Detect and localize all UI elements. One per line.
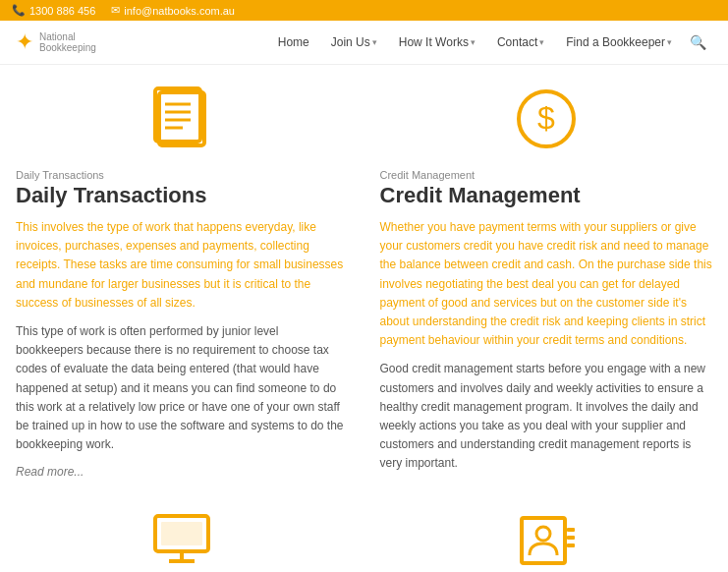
nav-join-us[interactable]: Join Us ▾: [321, 29, 387, 55]
phone-number: 1300 886 456: [29, 5, 95, 17]
service-tag-credit: Credit Management: [380, 169, 713, 181]
svg-text:$: $: [537, 100, 555, 136]
header: ✦ National Bookkeeping Home Join Us ▾ Ho…: [0, 21, 728, 65]
svg-rect-16: [567, 543, 575, 547]
service-title-daily-transactions: Daily Transactions: [16, 183, 349, 208]
service-icon-payroll: [380, 506, 713, 572]
service-icon-setup: [16, 506, 349, 572]
service-icon-daily-transactions: [16, 85, 349, 153]
phone-icon: 📞: [12, 4, 26, 17]
document-icon: [147, 85, 216, 153]
services-grid: Daily Transactions Daily Transactions Th…: [16, 85, 712, 572]
service-para-2: This type of work is often performed by …: [16, 322, 349, 454]
search-button[interactable]: 🔍: [684, 29, 712, 56]
top-bar: 📞 1300 886 456 ✉ info@natbooks.com.au: [0, 0, 728, 21]
read-more-link-daily[interactable]: Read more...: [16, 465, 84, 479]
service-body-credit: Whether you have payment terms with your…: [380, 218, 713, 473]
svg-rect-11: [161, 522, 202, 545]
logo-star-icon: ✦: [16, 29, 33, 55]
service-payroll: Payroll Services Payroll Solution Payrol…: [380, 506, 713, 572]
service-credit-management: $ Credit Management Credit Management Wh…: [380, 85, 713, 483]
nav-contact[interactable]: Contact ▾: [487, 29, 554, 55]
main-nav: Home Join Us ▾ How It Works ▾ Contact ▾ …: [268, 29, 712, 56]
service-setup: Setup Software and System Setup If you h…: [16, 506, 349, 572]
svg-rect-15: [567, 536, 575, 540]
phone-info: 📞 1300 886 456: [12, 4, 95, 17]
nav-how-it-works[interactable]: How It Works ▾: [389, 29, 485, 55]
email-address: info@natbooks.com.au: [124, 5, 235, 17]
logo-text: National Bookkeeping: [39, 31, 96, 53]
svg-rect-14: [567, 528, 575, 532]
email-info: ✉ info@natbooks.com.au: [111, 4, 235, 17]
service-para-credit-1: Whether you have payment terms with your…: [380, 218, 713, 350]
svg-point-13: [536, 527, 550, 541]
service-para-1: This involves the type of work that happ…: [16, 218, 349, 313]
service-tag-daily-transactions: Daily Transactions: [16, 169, 349, 181]
chevron-down-icon: ▾: [539, 37, 544, 47]
service-title-credit: Credit Management: [380, 183, 713, 208]
chevron-down-icon: ▾: [667, 37, 672, 47]
nav-find-bookkeeper[interactable]: Find a Bookkeeper ▾: [556, 29, 682, 55]
service-para-credit-2: Good credit management starts before you…: [380, 360, 713, 473]
chevron-down-icon: ▾: [471, 37, 476, 47]
svg-rect-1: [155, 88, 200, 142]
service-body-daily-transactions: This involves the type of work that happ…: [16, 218, 349, 479]
chevron-down-icon: ▾: [372, 37, 377, 47]
service-daily-transactions: Daily Transactions Daily Transactions Th…: [16, 85, 349, 483]
monitor-icon: [147, 506, 216, 572]
dollar-circle-icon: $: [512, 85, 581, 153]
main-content: Daily Transactions Daily Transactions Th…: [0, 65, 728, 572]
payroll-card-icon: [512, 506, 581, 572]
logo[interactable]: ✦ National Bookkeeping: [16, 29, 96, 55]
service-icon-credit-management: $: [380, 85, 713, 153]
email-icon: ✉: [111, 4, 120, 17]
nav-home[interactable]: Home: [268, 29, 319, 55]
